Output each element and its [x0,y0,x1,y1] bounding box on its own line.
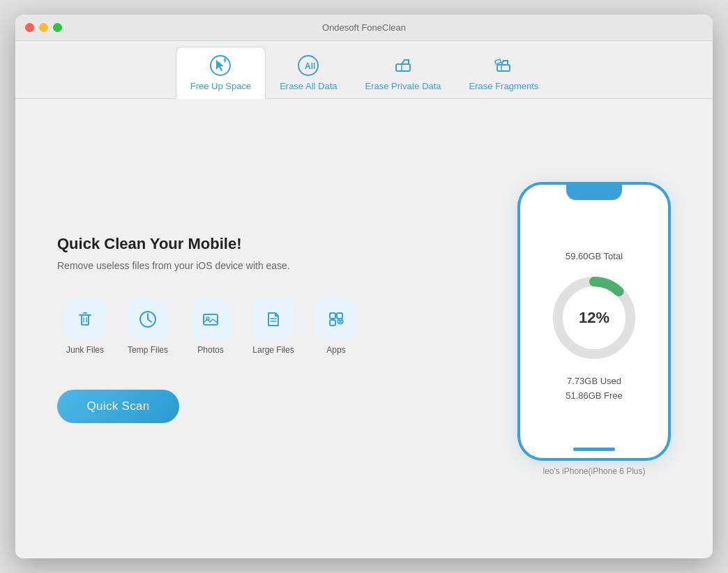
svg-rect-18 [204,314,218,325]
temp-files-icon [128,299,168,339]
svg-text:All: All [305,61,315,71]
close-button[interactable] [25,23,34,32]
nav-tabs: Free Up Space All Erase All Data [15,41,713,99]
main-title: Quick Clean Your Mobile! [57,235,490,253]
tab-erase-private-data[interactable]: Erase Private Data [351,47,455,98]
tab-erase-all-data[interactable]: All Erase All Data [266,47,351,98]
content-area: Quick Clean Your Mobile! Remove useless … [15,99,713,558]
temp-files-label: Temp Files [128,345,168,355]
traffic-lights [25,23,62,32]
window-title: Ondesoft FoneClean [322,22,406,33]
tab-erase-fragments-label: Erase Fragments [469,81,539,91]
tab-erase-private-data-label: Erase Private Data [365,81,441,91]
tab-free-up-space-label: Free Up Space [190,81,251,91]
svg-rect-7 [497,65,510,71]
storage-donut-chart: 12% [549,273,639,363]
free-up-space-icon [208,53,233,78]
phone-panel: 59.60GB Total 12% 7.73GB Us [517,182,671,476]
minimize-button[interactable] [39,23,48,32]
feature-temp-files[interactable]: Temp Files [120,299,176,355]
svg-line-17 [148,319,151,322]
tab-erase-fragments[interactable]: Erase Fragments [455,47,553,98]
phone-device-name: leo's iPhone(iPhone 6 Plus) [543,466,645,476]
titlebar: Ondesoft FoneClean [15,15,713,41]
photos-label: Photos [197,345,223,355]
svg-rect-22 [330,313,335,319]
large-files-icon [253,299,294,339]
large-files-label: Large Files [252,345,294,355]
phone-home-bar [573,448,615,451]
feature-large-files[interactable]: Large Files [245,299,301,355]
phone-total-storage: 59.60GB Total [566,251,623,261]
erase-fragments-icon [491,53,516,78]
feature-apps[interactable]: Apps [308,299,364,355]
phone-used-storage: 7.73GB Used [567,376,621,386]
storage-percent: 12% [579,309,609,327]
feature-photos[interactable]: Photos [183,299,238,355]
tab-free-up-space[interactable]: Free Up Space [176,47,266,99]
erase-all-data-icon: All [296,53,321,78]
junk-files-label: Junk Files [66,345,104,355]
phone-free-storage: 51.86GB Free [566,390,623,401]
svg-rect-9 [495,59,501,63]
feature-icons-row: Junk Files Temp Files [57,299,490,355]
app-window: Ondesoft FoneClean Free Up Space [15,15,713,558]
feature-junk-files[interactable]: Junk Files [57,299,113,355]
svg-rect-5 [396,64,410,71]
tab-erase-all-data-label: Erase All Data [280,81,337,91]
apps-icon [316,299,356,339]
svg-rect-23 [337,313,342,319]
photos-icon [190,299,231,339]
junk-files-icon [65,299,105,339]
phone-mockup: 59.60GB Total 12% 7.73GB Us [517,182,671,461]
svg-rect-10 [82,315,89,325]
left-panel: Quick Clean Your Mobile! Remove useless … [57,235,490,423]
phone-content: 59.60GB Total 12% 7.73GB Us [527,199,661,444]
main-subtitle: Remove useless files from your iOS devic… [57,260,490,271]
maximize-button[interactable] [53,23,62,32]
apps-label: Apps [326,345,345,355]
svg-rect-24 [330,320,335,326]
phone-notch [566,185,622,200]
quick-scan-button[interactable]: Quick Scan [57,390,179,423]
erase-private-data-icon [390,53,416,78]
